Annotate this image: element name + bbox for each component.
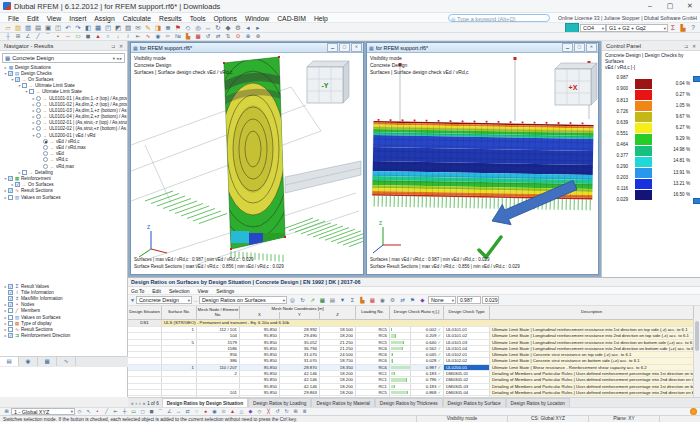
cell-design-check-type[interactable]: DM0305.04 (444, 390, 490, 395)
menu-options[interactable]: Options (210, 15, 241, 22)
merge-icon[interactable]: ⊕ (243, 33, 253, 40)
tri2-icon[interactable]: △ (237, 408, 246, 415)
results-tab-icon[interactable]: ∿ (57, 357, 76, 366)
table-menu-selection[interactable]: Selection (169, 288, 190, 294)
pager-nav-icon[interactable]: » (143, 401, 146, 406)
guideline-icon[interactable]: ╱ (102, 408, 111, 415)
viewport2-close-icon[interactable]: ✕ (586, 43, 597, 52)
table-refresh-icon[interactable]: ↻ (298, 296, 307, 305)
table-pin-icon[interactable]: ◉ (378, 296, 387, 305)
solid-icon[interactable]: ◼ (83, 33, 93, 40)
section-icon[interactable]: ∿ (143, 33, 153, 40)
views-tab-icon[interactable]: ▦ (38, 357, 57, 366)
dimension-icon[interactable]: ⇤ (133, 33, 143, 40)
combo-arrows-icon[interactable]: ▾ ◂ ▸ (113, 56, 122, 61)
paste-icon[interactable]: ◫ (53, 23, 63, 32)
design-situation-badge-icon[interactable] (565, 23, 579, 33)
cell-design-check-type[interactable]: UL0101.02 (444, 333, 490, 338)
tree-radio[interactable] (43, 164, 48, 169)
tree-checkbox[interactable]: ✓ (8, 176, 13, 181)
undo2-icon[interactable]: ↺ (273, 408, 282, 415)
tree-checkbox[interactable]: ✓ (8, 290, 13, 295)
pager-nav-icon[interactable]: « (131, 401, 134, 406)
menu-cadbim[interactable]: CAD-BIM (273, 15, 310, 22)
select-mode-icon[interactable]: ◇ (75, 408, 84, 415)
select-icon[interactable]: ◇ (183, 23, 193, 32)
copy-icon[interactable]: ▣ (43, 23, 53, 32)
results-icon[interactable]: ▙ (678, 23, 688, 32)
table-menu-goto[interactable]: Go To (131, 288, 144, 294)
tree-checkbox[interactable]: ✓ (8, 71, 13, 76)
diamond-icon[interactable]: ◆ (246, 408, 255, 415)
member-icon[interactable]: ─ (63, 33, 73, 40)
loadcase-next-icon[interactable]: ▸ (253, 23, 263, 32)
cs-grid-icon[interactable]: ⊞ (2, 408, 11, 415)
navigation-cube[interactable]: +X (555, 63, 597, 105)
viewport-1[interactable]: ▦ for RFEM support.rf6* ▁ ▢ ✕ (130, 42, 364, 275)
new-model-icon[interactable]: ▱ (3, 23, 13, 32)
table-chart-icon[interactable]: ▙ (358, 296, 367, 305)
table-search-icon[interactable]: ◎ (288, 296, 297, 305)
viewport1-minimize-icon[interactable]: ▁ (327, 43, 338, 52)
smoothing-combo[interactable]: None (428, 296, 456, 304)
cell-design-check-type[interactable]: UL0102.02 (444, 358, 490, 363)
table-excel-icon[interactable]: ▦ (318, 296, 327, 305)
table-print-icon[interactable]: ▤ (328, 296, 337, 305)
move-view-icon[interactable]: ↔ (203, 23, 213, 32)
tree-checkbox[interactable]: ✓ (15, 77, 20, 82)
divide-icon[interactable]: ⊗ (253, 33, 263, 40)
plane-xz-icon[interactable]: ◼ (147, 408, 156, 415)
plane-xy-icon[interactable]: ▭ (129, 408, 138, 415)
close-button[interactable]: ✕ (680, 0, 700, 12)
legend-min-handle[interactable] (693, 198, 700, 204)
tree-checkbox[interactable]: ✓ (8, 296, 13, 301)
sync-icon[interactable]: ⇄ (213, 33, 223, 40)
load-combination-name-combo[interactable]: G1 + G2 + Gq2 (606, 24, 668, 32)
viewport2-maximize-icon[interactable]: ▢ (574, 43, 585, 52)
open-model-icon[interactable]: ▨ (13, 23, 23, 32)
navigation-cube[interactable]: -Y (307, 61, 349, 103)
line-icon[interactable]: ╱ (33, 33, 43, 40)
color-icon[interactable]: ▦ (193, 33, 203, 40)
col-header-y[interactable]: Y (280, 312, 320, 319)
pan-icon[interactable]: ↔ (174, 408, 183, 415)
tree-radio[interactable] (43, 139, 48, 144)
table-export-icon[interactable]: ⇗ (308, 296, 317, 305)
redo-icon[interactable]: ↷ (73, 23, 83, 32)
iso-view-icon[interactable]: ◆ (223, 23, 233, 32)
node-icon[interactable]: • (53, 33, 63, 40)
table-sum-icon[interactable]: Σ (348, 296, 357, 305)
menu-calculate[interactable]: Calculate (119, 15, 155, 22)
keyword-search-input[interactable]: ◎ Type a keyword (Alt+Q) (448, 14, 550, 22)
tree-radio[interactable] (36, 133, 41, 138)
print-icon[interactable]: ▤ (33, 23, 43, 32)
tree-radio[interactable] (36, 114, 41, 119)
cell-design-check-type[interactable]: UL0101.04 (444, 346, 490, 351)
dot-icon[interactable]: ● (201, 408, 210, 415)
table-filter-combo[interactable]: Concrete Design (136, 296, 192, 304)
viewport1-close-icon[interactable]: ✕ (351, 43, 362, 52)
cell-design-check-type[interactable]: DM0305.03 (444, 384, 490, 389)
calc-icon[interactable]: Σ (668, 23, 678, 32)
visibility-icon[interactable]: ◉ (153, 33, 163, 40)
tree-checkbox[interactable]: ✓ (8, 284, 13, 289)
cell-design-check-type[interactable]: UL0102.01 (444, 352, 490, 357)
col-header-z[interactable]: Z (320, 312, 356, 319)
numbering-icon[interactable]: № (173, 33, 183, 40)
diamond2-icon[interactable]: ◇ (255, 408, 264, 415)
tree-checkbox[interactable] (8, 327, 13, 332)
load-combination-combo[interactable]: CO4 (580, 24, 606, 32)
table-menu-view[interactable]: View (197, 288, 208, 294)
menu-assign[interactable]: Assign (90, 15, 118, 22)
cell-design-check-type[interactable]: UL0101.01 (444, 327, 490, 332)
measure-icon[interactable]: ⇤ (111, 408, 120, 415)
tree-checkbox[interactable] (8, 321, 13, 326)
render-mode-icon[interactable]: ◩ (113, 23, 123, 32)
arc-icon[interactable]: ⌒ (43, 33, 53, 40)
col-header-surface-no[interactable]: Surface No. (162, 306, 197, 319)
tree-radio[interactable] (43, 151, 48, 156)
menu-view[interactable]: View (43, 15, 66, 22)
tree-radio[interactable] (36, 96, 41, 101)
layers-icon[interactable]: ≣ (163, 23, 173, 32)
menu-results[interactable]: Results (155, 15, 186, 22)
